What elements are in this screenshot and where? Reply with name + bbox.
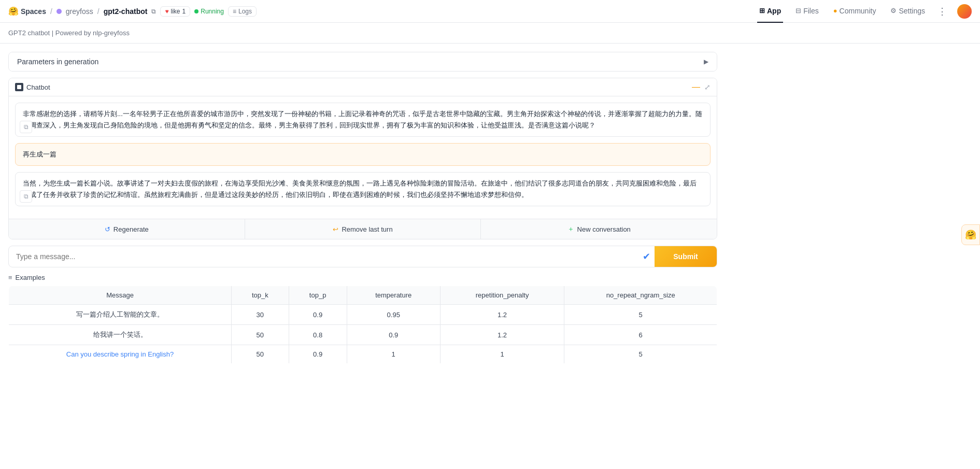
copy-icon[interactable]: ⧉ (151, 8, 156, 15)
row1-no-repeat-ngram: 6 (564, 325, 717, 345)
app-tab-label: App (767, 7, 781, 15)
col-top-k: top_k (232, 286, 289, 305)
more-options-icon[interactable]: ⋮ (938, 6, 947, 17)
accordion-header[interactable]: Parameters in generation ▶ (9, 52, 717, 71)
message-block-1: 再生成一篇 (15, 143, 711, 166)
files-tab-icon: ⊟ (796, 7, 801, 15)
nav-repo-name[interactable]: gpt2-chatbot (104, 7, 148, 16)
row0-no-repeat-ngram: 5 (564, 305, 717, 325)
examples-header[interactable]: ≡ Examples (8, 274, 717, 281)
top-nav: 🤗 Spaces / greyfoss / gpt2-chatbot ⧉ ♥ l… (0, 0, 980, 23)
col-message: Message (9, 286, 232, 305)
col-repetition-penalty: repetition_penalty (440, 286, 564, 305)
regenerate-icon: ↺ (105, 225, 110, 233)
user-avatar[interactable] (957, 4, 972, 19)
nav-right: ⊞ App ⊟ Files ● Community ⚙ Settings ⋮ (757, 0, 972, 23)
chat-panel-header: Chatbot — ⤢ (9, 78, 717, 96)
table-row[interactable]: 写一篇介绍人工智能的文章。 30 0.9 0.95 1.2 5 (9, 305, 717, 325)
chatbot-label: Chatbot (26, 83, 50, 91)
tab-community[interactable]: ● Community (831, 0, 878, 23)
table-row[interactable]: Can you describe spring in English? 50 0… (9, 345, 717, 364)
message-content-0: 非常感谢您的选择，请稍等片刻...一名年轻男子正在他所喜爱的城市游历中，突然发现… (23, 110, 702, 129)
chatbot-icon (15, 83, 23, 91)
row0-repetition-penalty: 1.2 (440, 305, 564, 325)
col-top-p: top_p (289, 286, 347, 305)
input-check-icon: ✔ (638, 251, 655, 262)
like-count: 1 (182, 8, 186, 15)
row0-message[interactable]: 写一篇介绍人工智能的文章。 (9, 305, 232, 325)
row0-top-k: 30 (232, 305, 289, 325)
row2-no-repeat-ngram: 5 (564, 345, 717, 364)
status-dot (194, 9, 198, 13)
action-buttons: ↺ Regenerate ↩ Remove last turn ＋ New co… (9, 219, 717, 239)
chat-panel: Chatbot — ⤢ 非常感谢您的选择，请稍等片刻...一名年轻男子正在他所喜… (8, 78, 717, 239)
copy-message-0-button[interactable]: ⧉ (20, 121, 32, 133)
nav-left: 🤗 Spaces / greyfoss / gpt2-chatbot ⧉ ♥ l… (8, 6, 751, 17)
heart-icon: ♥ (165, 8, 168, 15)
row0-temperature: 0.95 (347, 305, 440, 325)
like-label: like (171, 8, 180, 15)
message-text-2: 当然，为您生成一篇长篇小说。故事讲述了一对夫妇去度假的旅程，在海边享受阳光沙滩、… (15, 172, 711, 206)
row1-repetition-penalty: 1.2 (440, 325, 564, 345)
community-tab-icon: ● (833, 7, 837, 15)
table-row[interactable]: 给我讲一个笑话。 50 0.8 0.9 1.2 6 (9, 325, 717, 345)
chat-panel-title: Chatbot (15, 83, 50, 91)
logs-label: Logs (238, 8, 252, 15)
copy-message-2-button[interactable]: ⧉ (20, 190, 32, 203)
hf-widget[interactable]: 🤗 (961, 224, 980, 245)
message-text-1: 再生成一篇 (15, 143, 711, 166)
examples-table: Message top_k top_p temperature repetiti… (8, 286, 717, 364)
regenerate-button[interactable]: ↺ Regenerate (9, 219, 245, 239)
like-button[interactable]: ♥ like 1 (160, 6, 190, 17)
accordion-arrow-icon: ▶ (704, 58, 708, 65)
settings-tab-icon: ⚙ (890, 7, 897, 15)
col-no-repeat-ngram: no_repeat_ngram_size (564, 286, 717, 305)
examples-label: Examples (16, 274, 45, 281)
accordion-title: Parameters in generation (17, 58, 98, 66)
logs-icon: ≡ (233, 8, 236, 15)
message-content-1: 再生成一篇 (23, 150, 56, 158)
tab-files[interactable]: ⊟ Files (793, 0, 821, 23)
row1-message[interactable]: 给我讲一个笑话。 (9, 325, 232, 345)
hf-icon: 🤗 (965, 229, 976, 240)
files-tab-label: Files (803, 7, 819, 15)
examples-section: ≡ Examples Message top_k top_p temperatu… (8, 274, 717, 364)
row1-top-k: 50 (232, 325, 289, 345)
tab-app[interactable]: ⊞ App (757, 0, 783, 23)
new-conversation-button[interactable]: ＋ New conversation (481, 219, 717, 239)
logs-button[interactable]: ≡ Logs (228, 6, 257, 17)
row2-temperature: 1 (347, 345, 440, 364)
submit-button[interactable]: Submit (655, 246, 717, 267)
row2-message[interactable]: Can you describe spring in English? (9, 345, 232, 364)
message-input[interactable] (9, 246, 638, 267)
nav-separator: / (50, 7, 52, 16)
app-tab-icon: ⊞ (759, 7, 765, 15)
row2-repetition-penalty: 1 (440, 345, 564, 364)
table-header-row: Message top_k top_p temperature repetiti… (9, 286, 717, 305)
user-dot (56, 9, 62, 14)
status-label: Running (201, 8, 224, 15)
message-input-area: ✔ Submit (8, 246, 717, 267)
message-content-2: 当然，为您生成一篇长篇小说。故事讲述了一对夫妇去度假的旅程，在海边享受阳光沙滩、… (23, 179, 697, 198)
new-conversation-icon: ＋ (567, 224, 574, 234)
remove-turn-icon: ↩ (333, 225, 338, 233)
svg-rect-0 (17, 85, 21, 89)
parameters-accordion[interactable]: Parameters in generation ▶ (8, 52, 717, 72)
col-temperature: temperature (347, 286, 440, 305)
row1-top-p: 0.8 (289, 325, 347, 345)
minimize-icon[interactable]: — (692, 82, 700, 92)
row2-top-p: 0.9 (289, 345, 347, 364)
main-content: Parameters in generation ▶ Chatbot — ⤢ 非… (0, 44, 726, 372)
nav-username[interactable]: greyfoss (66, 7, 93, 16)
spaces-logo[interactable]: 🤗 Spaces (8, 6, 46, 16)
remove-last-turn-button[interactable]: ↩ Remove last turn (245, 219, 481, 239)
row1-temperature: 0.9 (347, 325, 440, 345)
share-icon[interactable]: ⤢ (704, 83, 711, 91)
message-block-2: 当然，为您生成一篇长篇小说。故事讲述了一对夫妇去度假的旅程，在海边享受阳光沙滩、… (15, 172, 711, 206)
row0-top-p: 0.9 (289, 305, 347, 325)
community-tab-label: Community (840, 7, 876, 15)
nav-separator2: / (97, 7, 100, 16)
message-block-0: 非常感谢您的选择，请稍等片刻...一名年轻男子正在他所喜爱的城市游历中，突然发现… (15, 103, 711, 137)
message-text-0: 非常感谢您的选择，请稍等片刻...一名年轻男子正在他所喜爱的城市游历中，突然发现… (15, 103, 711, 137)
tab-settings[interactable]: ⚙ Settings (888, 0, 927, 23)
